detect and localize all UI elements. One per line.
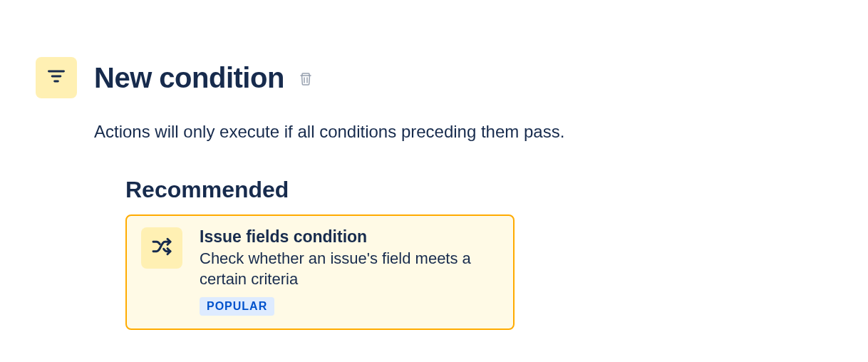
delete-button[interactable]: [297, 72, 314, 89]
section-title: Recommended: [125, 177, 832, 203]
card-icon-wrap: [141, 227, 182, 269]
popular-badge: POPULAR: [200, 297, 274, 316]
header-row: New condition: [36, 57, 832, 98]
header-description: Actions will only execute if all conditi…: [94, 120, 832, 144]
recommended-section: Recommended Issue fields condition Check…: [125, 177, 832, 330]
filter-icon: [46, 66, 66, 89]
shuffle-icon: [150, 235, 173, 261]
page-title: New condition: [94, 62, 284, 94]
card-description: Check whether an issue's field meets a c…: [200, 248, 499, 290]
card-title: Issue fields condition: [200, 227, 499, 247]
condition-icon-wrap: [36, 57, 77, 98]
trash-icon: [299, 72, 312, 89]
card-body: Issue fields condition Check whether an …: [200, 227, 499, 316]
condition-card-issue-fields[interactable]: Issue fields condition Check whether an …: [125, 214, 515, 330]
